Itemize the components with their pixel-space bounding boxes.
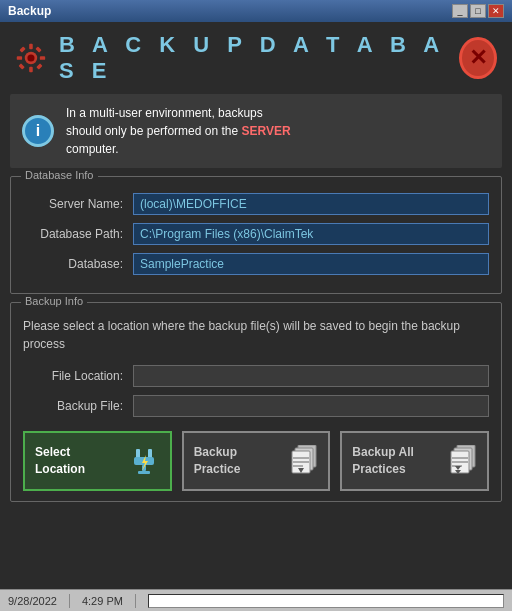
svg-rect-9: [35, 46, 41, 52]
svg-rect-21: [293, 465, 303, 467]
svg-rect-4: [17, 56, 22, 60]
backup-file-input[interactable]: [133, 395, 489, 417]
database-info-title: Database Info: [21, 169, 98, 181]
database-info-section: Database Info Server Name: Database Path…: [10, 176, 502, 294]
backup-all-icon: [447, 445, 477, 477]
backup-file-label: Backup File:: [23, 399, 133, 413]
backup-all-practices-label: Backup AllPractices: [352, 444, 414, 478]
database-path-input[interactable]: [133, 223, 489, 245]
database-row: Database:: [23, 253, 489, 275]
header-left: B A C K U P D A T A B A S E: [15, 32, 459, 84]
database-path-label: Database Path:: [23, 227, 133, 241]
file-location-input[interactable]: [133, 365, 489, 387]
backup-all-practices-button[interactable]: Backup AllPractices: [340, 431, 489, 491]
server-name-label: Server Name:: [23, 197, 133, 211]
server-name-row: Server Name:: [23, 193, 489, 215]
info-bar: i In a multi-user environment, backups s…: [10, 94, 502, 168]
svg-rect-7: [36, 63, 42, 69]
plug-icon: [128, 445, 160, 477]
status-progress-bar: [148, 594, 504, 608]
status-time: 4:29 PM: [82, 595, 123, 607]
svg-rect-20: [293, 461, 309, 463]
database-input[interactable]: [133, 253, 489, 275]
select-location-label: SelectLocation: [35, 444, 85, 478]
database-label: Database:: [23, 257, 133, 271]
backup-description: Please select a location where the backu…: [23, 317, 489, 353]
backup-practice-icon: [288, 445, 318, 477]
window-title: Backup: [8, 4, 51, 18]
svg-rect-14: [138, 471, 150, 474]
status-bar: 9/28/2022 4:29 PM: [0, 589, 512, 611]
svg-rect-26: [452, 457, 468, 459]
backup-practice-button[interactable]: BackupPractice: [182, 431, 331, 491]
info-message: In a multi-user environment, backups sho…: [66, 104, 291, 158]
page-title: B A C K U P D A T A B A S E: [59, 32, 459, 84]
status-divider-2: [135, 594, 136, 608]
svg-point-1: [27, 54, 34, 61]
title-bar: Backup _ □ ✕: [0, 0, 512, 22]
backup-info-section: Backup Info Please select a location whe…: [10, 302, 502, 502]
main-window: B A C K U P D A T A B A S E ✕ i In a mul…: [0, 22, 512, 589]
backup-practice-label: BackupPractice: [194, 444, 241, 478]
status-divider-1: [69, 594, 70, 608]
svg-rect-2: [29, 44, 33, 49]
file-location-label: File Location:: [23, 369, 133, 383]
svg-rect-19: [293, 457, 309, 459]
gear-icon: [15, 40, 47, 76]
database-form: Server Name: Database Path: Database:: [23, 193, 489, 275]
minimize-button[interactable]: _: [452, 4, 468, 18]
svg-rect-8: [19, 63, 25, 69]
close-window-button[interactable]: ✕: [488, 4, 504, 18]
title-bar-controls: _ □ ✕: [452, 4, 504, 18]
header: B A C K U P D A T A B A S E ✕: [0, 22, 512, 94]
maximize-button[interactable]: □: [470, 4, 486, 18]
database-path-row: Database Path:: [23, 223, 489, 245]
status-date: 9/28/2022: [8, 595, 57, 607]
info-icon: i: [22, 115, 54, 147]
close-button[interactable]: ✕: [459, 37, 497, 79]
svg-rect-5: [40, 56, 45, 60]
file-location-row: File Location:: [23, 365, 489, 387]
backup-info-title: Backup Info: [21, 295, 87, 307]
svg-rect-27: [452, 461, 468, 463]
server-name-input[interactable]: [133, 193, 489, 215]
select-location-button[interactable]: SelectLocation: [23, 431, 172, 491]
action-buttons: SelectLocation BackupPractice: [23, 431, 489, 491]
svg-rect-6: [19, 46, 25, 52]
backup-file-row: Backup File:: [23, 395, 489, 417]
svg-rect-3: [29, 67, 33, 72]
